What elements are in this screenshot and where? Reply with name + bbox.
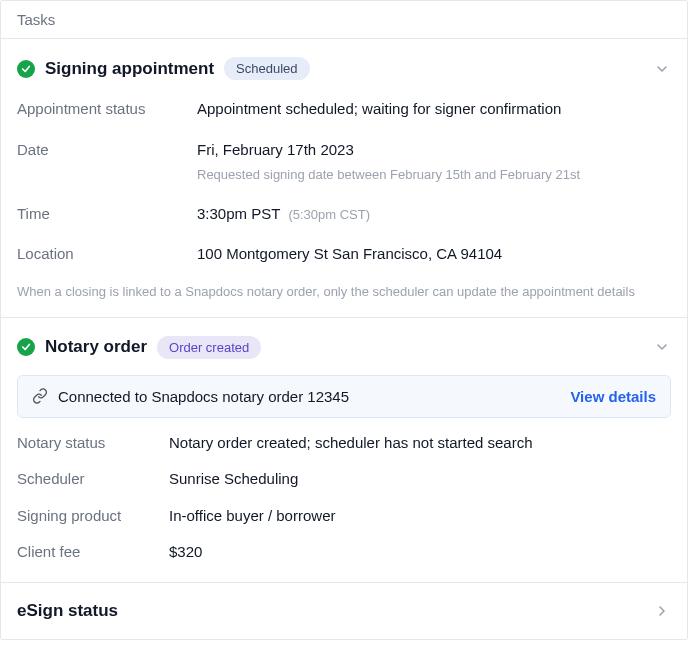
notary-section-header[interactable]: Notary order Order created xyxy=(17,336,671,359)
client-fee-label: Client fee xyxy=(17,541,169,564)
chevron-right-icon[interactable] xyxy=(653,602,671,620)
appointment-status-row: Appointment status Appointment scheduled… xyxy=(17,98,671,121)
chevron-down-icon[interactable] xyxy=(653,338,671,356)
esign-title: eSign status xyxy=(17,601,118,621)
notary-status-label: Notary status xyxy=(17,432,169,455)
date-row: Date Fri, February 17th 2023 Requested s… xyxy=(17,139,671,185)
time-value: 3:30pm PST xyxy=(197,205,280,222)
notary-title: Notary order xyxy=(45,337,147,357)
notary-status-row: Notary status Notary order created; sche… xyxy=(17,432,671,455)
appointment-status-value: Appointment scheduled; waiting for signe… xyxy=(197,98,671,121)
view-details-link[interactable]: View details xyxy=(570,388,656,405)
check-circle-icon xyxy=(17,60,35,78)
chevron-down-icon[interactable] xyxy=(653,60,671,78)
esign-section-header[interactable]: eSign status xyxy=(1,583,687,639)
check-circle-icon xyxy=(17,338,35,356)
time-row: Time 3:30pm PST(5:30pm CST) xyxy=(17,203,671,226)
time-label: Time xyxy=(17,203,197,226)
appointment-status-label: Appointment status xyxy=(17,98,197,121)
signing-footnote: When a closing is linked to a Snapdocs n… xyxy=(17,284,671,299)
tasks-header: Tasks xyxy=(1,1,687,39)
signing-section-header[interactable]: Signing appointment Scheduled xyxy=(17,57,671,80)
client-fee-row: Client fee $320 xyxy=(17,541,671,564)
time-alt-value: (5:30pm CST) xyxy=(288,207,370,222)
signing-product-value: In-office buyer / borrower xyxy=(169,505,671,528)
connected-msg: Connected to Snapdocs notary order 12345 xyxy=(58,388,349,405)
notary-section: Notary order Order created Connected to … xyxy=(1,318,687,583)
signing-product-row: Signing product In-office buyer / borrow… xyxy=(17,505,671,528)
signing-section: Signing appointment Scheduled Appointmen… xyxy=(1,39,687,318)
tasks-panel: Tasks Signing appointment Scheduled Appo… xyxy=(0,0,688,640)
connected-notary-box: Connected to Snapdocs notary order 12345… xyxy=(17,375,671,418)
date-label: Date xyxy=(17,139,197,185)
notary-status-badge: Order created xyxy=(157,336,261,359)
tasks-title: Tasks xyxy=(17,11,55,28)
scheduler-label: Scheduler xyxy=(17,468,169,491)
client-fee-value: $320 xyxy=(169,541,671,564)
location-label: Location xyxy=(17,243,197,266)
date-subtext: Requested signing date between February … xyxy=(197,165,671,185)
location-row: Location 100 Montgomery St San Francisco… xyxy=(17,243,671,266)
scheduler-value: Sunrise Scheduling xyxy=(169,468,671,491)
signing-product-label: Signing product xyxy=(17,505,169,528)
date-value: Fri, February 17th 2023 xyxy=(197,139,671,162)
scheduler-row: Scheduler Sunrise Scheduling xyxy=(17,468,671,491)
notary-status-value: Notary order created; scheduler has not … xyxy=(169,432,671,455)
signing-status-badge: Scheduled xyxy=(224,57,309,80)
location-value: 100 Montgomery St San Francisco, CA 9410… xyxy=(197,243,671,266)
link-icon xyxy=(32,388,48,404)
signing-title: Signing appointment xyxy=(45,59,214,79)
